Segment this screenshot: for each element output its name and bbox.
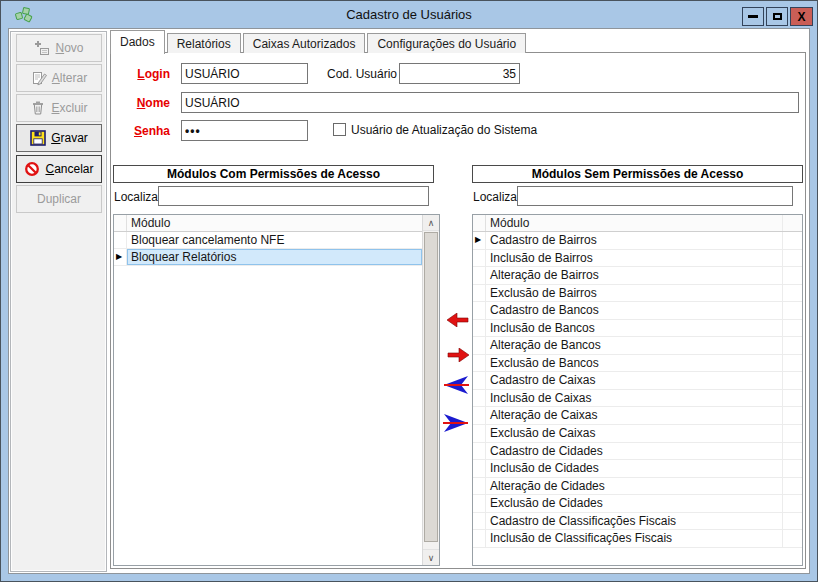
module-row[interactable]: ▶ Inclusão de Classificações Fiscais bbox=[473, 530, 802, 548]
maximize-button[interactable] bbox=[766, 7, 788, 26]
module-row[interactable]: ▶ Cadastro de Bancos bbox=[473, 302, 802, 320]
grid-rows: ▶ Cadastro de Bairros ▶ Inclusão de Bair… bbox=[473, 232, 802, 548]
module-row[interactable]: ▶ Exclusão de Caixas bbox=[473, 425, 802, 443]
sidebar-button-alterar[interactable]: Alterar bbox=[16, 64, 102, 92]
module-row[interactable]: ▶ Exclusão de Bancos bbox=[473, 355, 802, 373]
vertical-scrollbar[interactable]: ∧ ∨ bbox=[422, 215, 439, 565]
sidebar-button-novo[interactable]: Novo bbox=[16, 34, 102, 62]
minimize-button[interactable] bbox=[742, 7, 764, 26]
right-panel-title: Módulos Sem Permissões de Acesso bbox=[472, 165, 803, 183]
window-content: Novo Alterar Excluir Gravar Cancelar Dup… bbox=[8, 28, 810, 574]
module-row[interactable]: ▶ Inclusão de Caixas bbox=[473, 390, 802, 408]
move-right-arrow[interactable] bbox=[445, 344, 471, 366]
scrollbar-thumb[interactable] bbox=[424, 232, 438, 542]
grid-gutter bbox=[114, 215, 127, 231]
grid-rows: ▶ Bloquear cancelamento NFE ▶ Bloquear R… bbox=[114, 232, 422, 266]
column-header-modulo[interactable]: Módulo bbox=[127, 215, 170, 231]
sidebar-button-duplicar[interactable]: Duplicar bbox=[16, 185, 102, 213]
module-row[interactable]: ▶ Exclusão de Bairros bbox=[473, 285, 802, 303]
close-button[interactable]: X bbox=[790, 7, 813, 26]
cod-usuario-label: Cod. Usuário bbox=[327, 67, 397, 81]
sidebar-button-excluir[interactable]: Excluir bbox=[16, 94, 102, 122]
modules-with-access-grid: Módulo ▶ Bloquear cancelamento NFE ▶ Blo… bbox=[113, 214, 440, 566]
column-header-modulo[interactable]: Módulo bbox=[486, 215, 783, 231]
save-icon bbox=[30, 130, 46, 146]
module-row[interactable]: ▶ Inclusão de Bancos bbox=[473, 320, 802, 338]
current-row-marker-icon: ▶ bbox=[116, 253, 122, 261]
grid-header-row: Módulo bbox=[473, 215, 802, 232]
module-row[interactable]: ▶ Cadastro de Classificações Fiscais bbox=[473, 513, 802, 531]
nome-input[interactable] bbox=[181, 92, 799, 113]
window: Cadastro de Usuários X Novo Alterar Excl… bbox=[0, 0, 818, 582]
red-right-arrow-icon bbox=[447, 348, 469, 362]
right-search-input[interactable] bbox=[517, 186, 793, 206]
update-user-checkbox-label: Usuário de Atualização do Sistema bbox=[351, 123, 537, 137]
module-row[interactable]: ▶ Alteração de Bairros bbox=[473, 267, 802, 285]
sidebar-button-cancelar[interactable]: Cancelar bbox=[16, 155, 102, 183]
current-row-marker-icon: ▶ bbox=[475, 236, 481, 244]
login-label: Login bbox=[111, 67, 170, 81]
right-search-label: Localizar bbox=[473, 190, 521, 204]
scroll-down-button[interactable]: ∨ bbox=[423, 549, 439, 565]
module-row[interactable]: ▶ Exclusão de Cidades bbox=[473, 495, 802, 513]
module-row[interactable]: ▶ Alteração de Caixas bbox=[473, 407, 802, 425]
sidebar: Novo Alterar Excluir Gravar Cancelar Dup… bbox=[10, 31, 107, 572]
titlebar: Cadastro de Usuários X bbox=[2, 1, 816, 28]
module-row[interactable]: ▶ Bloquear Relatórios bbox=[114, 249, 422, 266]
senha-label: Senha bbox=[111, 124, 170, 138]
module-row[interactable]: ▶ Cadastro de Cidades bbox=[473, 443, 802, 461]
left-search-label: Localizar bbox=[114, 190, 162, 204]
cod-usuario-input[interactable] bbox=[399, 63, 520, 84]
tab-relatorios[interactable]: Relatórios bbox=[167, 33, 241, 53]
tab-page-dados: Login Cod. Usuário Nome Senha Usuário de… bbox=[110, 52, 806, 569]
sidebar-button-gravar[interactable]: Gravar bbox=[16, 124, 102, 152]
module-row[interactable]: ▶ Cadastro de Caixas bbox=[473, 372, 802, 390]
module-row[interactable]: ▶ Alteração de Bancos bbox=[473, 337, 802, 355]
senha-input[interactable] bbox=[181, 120, 308, 141]
module-row[interactable]: ▶ Alteração de Cidades bbox=[473, 478, 802, 496]
tab-dados[interactable]: Dados bbox=[110, 30, 165, 54]
update-user-checkbox[interactable] bbox=[333, 123, 346, 136]
module-row[interactable]: ▶ Inclusão de Bairros bbox=[473, 250, 802, 268]
tabbar: Dados Relatórios Caixas Autorizados Conf… bbox=[110, 30, 528, 53]
new-record-icon bbox=[34, 40, 50, 56]
module-row[interactable]: ▶ Bloquear cancelamento NFE bbox=[114, 232, 422, 249]
minimize-icon bbox=[748, 15, 758, 18]
tab-configuracoes-do-usuario[interactable]: Configurações do Usuário bbox=[367, 33, 526, 53]
modules-without-access-grid: Módulo ▶ Cadastro de Bairros ▶ Inclusão … bbox=[472, 214, 803, 566]
tab-caixas-autorizados[interactable]: Caixas Autorizados bbox=[243, 33, 366, 53]
cancel-icon bbox=[24, 161, 40, 177]
move-all-right-arrow[interactable] bbox=[443, 412, 469, 434]
edit-icon bbox=[31, 70, 47, 86]
window-title: Cadastro de Usuários bbox=[2, 1, 816, 28]
window-controls: X bbox=[742, 7, 813, 26]
blue-right-arrow-icon bbox=[443, 413, 469, 433]
nome-label: Nome bbox=[111, 96, 170, 110]
module-row[interactable]: ▶ Cadastro de Bairros bbox=[473, 232, 802, 250]
move-all-left-arrow[interactable] bbox=[443, 374, 469, 396]
login-input[interactable] bbox=[181, 63, 308, 84]
maximize-icon bbox=[773, 13, 782, 20]
red-left-arrow-icon bbox=[447, 313, 469, 327]
grid-gutter bbox=[473, 215, 486, 231]
left-search-input[interactable] bbox=[158, 186, 429, 206]
close-icon: X bbox=[797, 10, 805, 24]
left-panel-title: Módulos Com Permissões de Acesso bbox=[113, 165, 434, 183]
move-left-arrow[interactable] bbox=[445, 309, 471, 331]
module-row[interactable]: ▶ Inclusão de Cidades bbox=[473, 460, 802, 478]
blue-left-arrow-icon bbox=[443, 375, 469, 395]
delete-icon bbox=[30, 100, 46, 116]
scroll-up-button[interactable]: ∧ bbox=[423, 215, 439, 231]
grid-header-row: Módulo bbox=[114, 215, 422, 232]
